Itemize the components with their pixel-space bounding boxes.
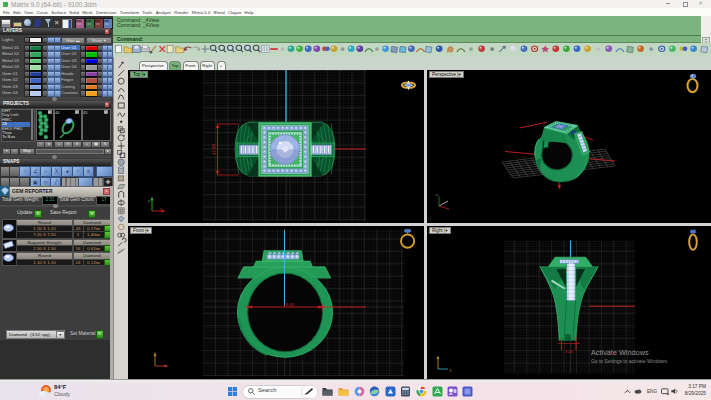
svg-text:1.20: 1.20 xyxy=(565,350,572,354)
svg-text:17.48: 17.48 xyxy=(211,143,216,155)
svg-text:x: x xyxy=(160,207,162,211)
svg-text:y: y xyxy=(148,199,150,203)
svg-text:Activate Windows: Activate Windows xyxy=(591,348,649,357)
svg-text:z: z xyxy=(436,193,438,197)
svg-text:19.00: 19.00 xyxy=(283,302,295,307)
svg-text:Go to Settings to activate Win: Go to Settings to activate Windows. xyxy=(591,359,668,364)
svg-text:y: y xyxy=(450,368,452,372)
